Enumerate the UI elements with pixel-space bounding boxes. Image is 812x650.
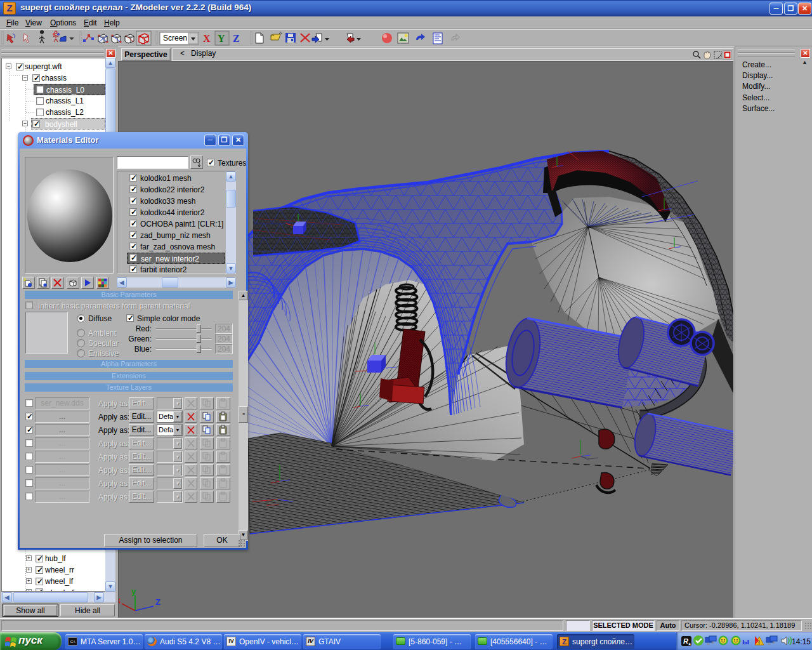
svg-text:★: ★ <box>688 642 691 646</box>
svg-text:Z: Z <box>155 597 160 607</box>
svg-text:X: X <box>203 33 211 44</box>
svg-text:Screen: Screen <box>163 34 187 43</box>
svg-text:Z: Z <box>233 33 240 44</box>
svg-text:ы: ы <box>742 637 749 646</box>
svg-text:y: y <box>131 587 136 596</box>
svg-text:Y: Y <box>218 33 225 44</box>
